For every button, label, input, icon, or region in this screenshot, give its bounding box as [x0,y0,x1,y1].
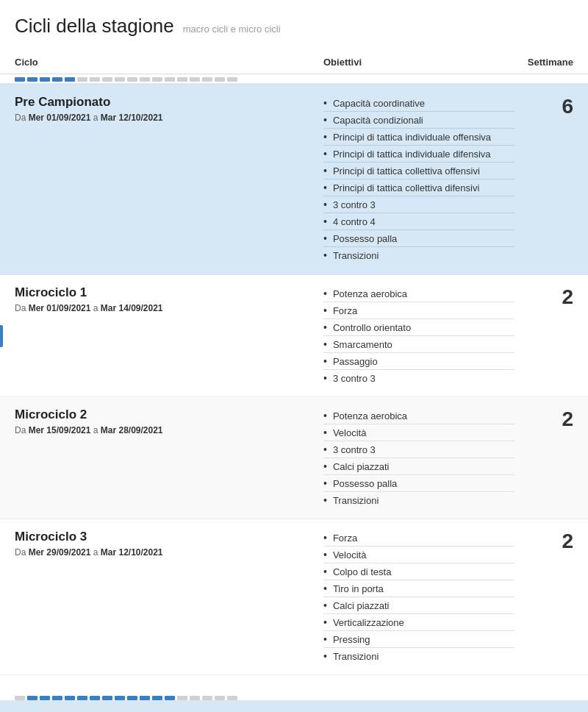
progress-segment [102,77,112,82]
micro-cycle-weeks: 2 [514,285,573,309]
micro-cycle-weeks: 2 [514,407,573,431]
micro-cycle-dates: Da Mer 29/09/2021 a Mar 12/10/2021 [15,547,323,558]
progress-segment [190,77,200,82]
progress-segment [65,77,75,82]
micro-cycle-row: Microciclo 1Da Mer 01/09/2021 a Mar 14/0… [15,285,573,386]
objective-item: Principi di tattica collettiva difensivi [323,179,514,196]
objective-item: Transizioni [323,247,514,263]
page-header: Cicli della stagione macro cicli e micro… [0,0,588,45]
micro-objectives-list: Potenza aerobicaForzaControllo orientato… [323,285,514,386]
macro-cycle-date-to: Mar 12/10/2021 [101,113,163,123]
objective-item: Possesso palla [323,475,514,492]
objective-item: Tiro in porta [323,580,514,597]
micro-cycle-dates: Da Mer 15/09/2021 a Mar 28/09/2021 [15,425,323,435]
page-title: Cicli della stagione [15,15,174,37]
objective-item: Potenza aerobica [323,407,514,424]
objective-item: Potenza aerobica [323,285,514,302]
macro-cycle-name: Pre Campionato [15,95,323,110]
progress-segment [215,77,225,82]
micro-cycle-block: Microciclo 3Da Mer 29/09/2021 a Mar 12/1… [0,519,588,675]
progress-segment [165,77,175,82]
objective-item: Capacità condizionali [323,112,514,129]
macro-cycle-dates: Da Mer 01/09/2021 a Mar 12/10/2021 [15,113,323,123]
progress-segment [15,77,25,82]
micro-cycle-block: Microciclo 2Da Mer 15/09/2021 a Mar 28/0… [0,397,588,519]
date-to-label: a [93,113,98,123]
micro-cycle-row: Microciclo 2Da Mer 15/09/2021 a Mar 28/0… [15,407,573,508]
macro-cycle-weeks: 6 [514,95,573,118]
left-indicator [0,325,3,347]
progress-segment [115,77,125,82]
objective-item: 3 contro 3 [323,441,514,458]
objective-item: Calci piazzati [323,458,514,475]
objective-item: 4 contro 4 [323,213,514,230]
micro-cycle-objectives: Potenza aerobicaVelocità3 contro 3Calci … [323,407,514,508]
micro-cycle-block: Microciclo 1Da Mer 01/09/2021 a Mar 14/0… [0,275,588,397]
macro-objectives-list: Capacità coordinativeCapacità condiziona… [323,95,514,263]
micro-cycle-name: Microciclo 1 [15,285,323,300]
objective-item: Principi di tattica individuale difensiv… [323,146,514,163]
objective-item: Transizioni [323,492,514,508]
objective-item: Pressing [323,631,514,648]
objective-item: 3 contro 3 [323,196,514,213]
objective-item: Calci piazzati [323,597,514,614]
second-macro-cycle-block: Girone di Andata Da Mer 13/10/2021 a Mar… [0,700,588,712]
progress-segment [127,77,137,82]
progress-segment [177,77,187,82]
objective-item: Possesso palla [323,230,514,247]
progress-segment [52,77,62,82]
objective-item: Colpo di testa [323,563,514,580]
date-from-label: Da [15,113,26,123]
macro-cycle-date-from: Mer 01/09/2021 [29,113,91,123]
objective-item: Verticalizzazione [323,614,514,631]
objective-item: Principi di tattica individuale offensiv… [323,129,514,146]
first-progress-bar [0,74,588,82]
page-subtitle: macro cicli e micro cicli [183,24,281,35]
progress-segment [202,77,212,82]
objective-item: Smarcamento [323,336,514,353]
progress-segment [140,77,150,82]
micro-cycle-name: Microciclo 3 [15,530,323,544]
objective-item: Controllo orientato [323,319,514,336]
objective-item: Capacità coordinative [323,95,514,112]
macro-cycle-objectives: Capacità coordinativeCapacità condiziona… [323,95,514,263]
micro-objectives-list: ForzaVelocitàColpo di testaTiro in porta… [323,530,514,664]
objective-item: Forza [323,302,514,319]
objective-item: Velocità [323,547,514,563]
micro-cycle-row: Microciclo 3Da Mer 29/09/2021 a Mar 12/1… [15,530,573,664]
second-progress-bar [0,687,588,700]
progress-segment [90,77,100,82]
header-obiettivi: Obiettivi [323,57,514,68]
progress-segment [27,77,37,82]
objective-item: Forza [323,530,514,547]
macro-cycle-left: Pre Campionato Da Mer 01/09/2021 a Mar 1… [15,95,323,123]
progress-segment [227,77,237,82]
micro-cycles-container: Microciclo 1Da Mer 01/09/2021 a Mar 14/0… [0,275,588,675]
section-separator [0,675,588,687]
objective-item: Passaggio [323,353,514,370]
micro-cycle-left: Microciclo 2Da Mer 15/09/2021 a Mar 28/0… [15,407,323,435]
micro-cycle-objectives: ForzaVelocitàColpo di testaTiro in porta… [323,530,514,664]
micro-cycle-dates: Da Mer 01/09/2021 a Mar 14/09/2021 [15,303,323,313]
objective-item: Transizioni [323,648,514,664]
header-settimane: Settimane [514,57,573,68]
progress-segment [77,77,87,82]
objective-item: Velocità [323,424,514,441]
objective-item: Principi di tattica collettiva offensivi [323,163,514,179]
table-header: Ciclo Obiettivi Settimane [0,51,588,74]
micro-cycle-left: Microciclo 3Da Mer 29/09/2021 a Mar 12/1… [15,530,323,558]
micro-cycle-objectives: Potenza aerobicaForzaControllo orientato… [323,285,514,386]
progress-segment [152,77,162,82]
progress-segment [40,77,50,82]
macro-cycle-block: Pre Campionato Da Mer 01/09/2021 a Mar 1… [0,83,588,275]
micro-cycle-weeks: 2 [514,530,573,553]
micro-cycle-left: Microciclo 1Da Mer 01/09/2021 a Mar 14/0… [15,285,323,313]
header-ciclo: Ciclo [15,57,323,68]
macro-cycle-row: Pre Campionato Da Mer 01/09/2021 a Mar 1… [15,95,573,263]
micro-cycle-name: Microciclo 2 [15,407,323,422]
micro-objectives-list: Potenza aerobicaVelocità3 contro 3Calci … [323,407,514,508]
objective-item: 3 contro 3 [323,370,514,386]
